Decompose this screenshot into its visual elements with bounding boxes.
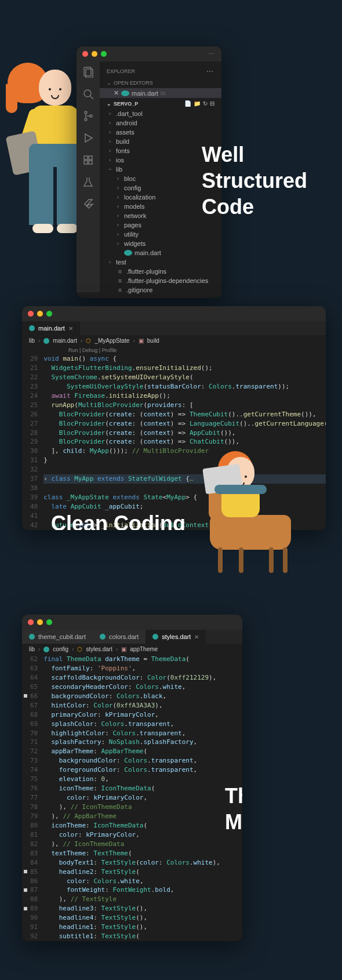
tab-theme_cubit-dart[interactable]: theme_cubit.dart [22, 630, 93, 644]
svg-rect-11 [89, 161, 92, 164]
more-icon[interactable]: ⋯ [208, 50, 216, 58]
activity-bar [77, 61, 100, 292]
open-editors-header[interactable]: ⌄ OPEN EDITORS [100, 78, 221, 88]
explorer-editor: ⋯ EXPLORER⋯ ⌄ OPEN EDITORS ✕main.dartlib… [77, 46, 221, 298]
code-editor-styles: theme_cubit.dartcolors.dartstyles.dart ✕… [22, 615, 242, 941]
max-dot-icon[interactable] [101, 51, 107, 57]
tab-styles-dart[interactable]: styles.dart ✕ [145, 630, 206, 644]
flutter-icon[interactable] [82, 198, 94, 210]
collapse-icon[interactable]: ⊟ [210, 100, 214, 107]
tree-item[interactable]: ≡.flutter-plugins-dependencies [100, 276, 221, 285]
refresh-icon[interactable]: ↻ [203, 100, 208, 107]
max-dot-icon[interactable] [46, 619, 52, 625]
panel-title: EXPLORER⋯ [100, 65, 221, 78]
tree-item[interactable]: ›widgets [100, 239, 221, 248]
code-area[interactable]: 6263646566676869707172737475767778798081… [22, 655, 242, 941]
tree-item[interactable]: ›test [100, 257, 221, 267]
svg-rect-8 [84, 156, 88, 159]
files-icon[interactable] [82, 66, 94, 78]
search-icon[interactable] [82, 88, 94, 100]
tree-item[interactable]: ›.dart_tool [100, 109, 221, 118]
close-tab-icon[interactable]: ✕ [68, 325, 73, 332]
svg-point-2 [84, 90, 91, 97]
breadcrumb[interactable]: lib › config › ⬡ styles.dart › ▣ appThem… [22, 644, 242, 655]
min-dot-icon[interactable] [92, 51, 97, 57]
tab-bar: theme_cubit.dartcolors.dartstyles.dart ✕ [22, 630, 242, 644]
tree-item[interactable]: ›pages [100, 220, 221, 230]
svg-marker-7 [85, 134, 92, 142]
svg-line-3 [90, 96, 93, 99]
open-editor-item[interactable]: ✕main.dartlib [100, 88, 221, 98]
close-dot-icon[interactable] [82, 51, 88, 57]
new-file-icon[interactable]: 📄 [184, 100, 191, 107]
tree-item[interactable]: ›android [100, 118, 221, 128]
svg-rect-10 [84, 161, 88, 164]
codelens[interactable]: Run | Debug | Profile [22, 346, 326, 354]
min-dot-icon[interactable] [37, 311, 43, 317]
flask-icon[interactable] [82, 176, 94, 188]
svg-rect-9 [89, 156, 92, 159]
project-root[interactable]: ⌄ SERVO_P 📄 📁 ↻ ⊟ [100, 98, 221, 109]
tab-colors-dart[interactable]: colors.dart [93, 630, 145, 644]
section-clean-coding: main.dart✕ lib › main.dart › ⬡ _MyAppSta… [22, 306, 326, 530]
tree-item[interactable]: ≡.gitignore [100, 285, 221, 295]
close-dot-icon[interactable] [28, 619, 34, 625]
section-structured-code: ⋯ EXPLORER⋯ ⌄ OPEN EDITORS ✕main.dartlib… [0, 23, 342, 267]
tab-main-dart[interactable]: main.dart✕ [22, 321, 80, 335]
section-title: Theme Management [225, 783, 242, 835]
section-title: Well Structured Code [202, 141, 307, 220]
svg-point-4 [85, 111, 87, 114]
section-title: Clean Coding Practices [51, 510, 185, 530]
svg-point-5 [85, 118, 87, 121]
section-theme-mgmt: theme_cubit.dartcolors.dartstyles.dart ✕… [22, 615, 326, 941]
breadcrumb[interactable]: lib › main.dart › ⬡ _MyAppState › ▣ buil… [22, 335, 326, 346]
tab-bar: main.dart✕ [22, 321, 326, 335]
window-titlebar: ⋯ [77, 46, 221, 61]
extensions-icon[interactable] [82, 154, 94, 166]
debug-icon[interactable] [82, 132, 94, 144]
tree-item[interactable]: main.dart [100, 248, 221, 257]
tree-item[interactable]: ≡.flutter-plugins [100, 267, 221, 276]
close-dot-icon[interactable] [28, 311, 34, 317]
min-dot-icon[interactable] [37, 619, 43, 625]
new-folder-icon[interactable]: 📁 [194, 100, 201, 107]
close-tab-icon[interactable]: ✕ [194, 634, 199, 640]
tree-item[interactable]: ›assets [100, 128, 221, 137]
tree-item[interactable]: ›utility [100, 230, 221, 239]
source-control-icon[interactable] [82, 110, 94, 122]
character-sitting [198, 434, 314, 573]
max-dot-icon[interactable] [46, 311, 52, 317]
svg-point-6 [90, 115, 92, 117]
